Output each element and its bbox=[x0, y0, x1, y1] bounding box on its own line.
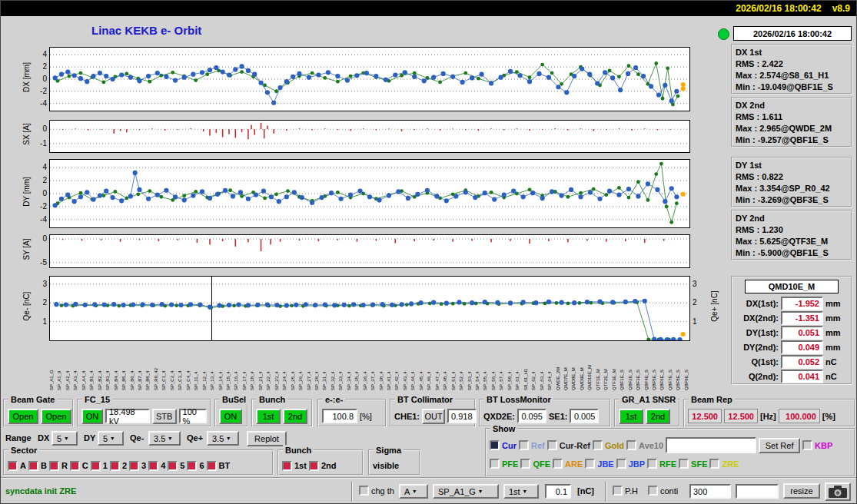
monitor-unit: mm bbox=[825, 299, 841, 308]
bpm-select[interactable]: SP_A1_G▾ bbox=[433, 484, 499, 499]
set-ref-button[interactable]: Set Ref bbox=[759, 438, 800, 453]
checkbox-label: ARE bbox=[565, 459, 583, 469]
stats-dx-2nd: DX 2nd RMS : 1.611 Max : 2.965@QWDE_2M M… bbox=[731, 97, 852, 148]
interval-input[interactable]: 300 bbox=[689, 484, 731, 499]
sector-checkbox-5[interactable]: 5 bbox=[168, 461, 184, 471]
ph-checkbox[interactable]: P.H bbox=[613, 486, 638, 496]
bunch-2nd-checkbox[interactable]: 2nd bbox=[309, 461, 337, 471]
stats-title: DY 2nd bbox=[736, 213, 848, 224]
gr-a1-1st-button[interactable]: 1st bbox=[619, 409, 643, 424]
checkbox-icon bbox=[187, 461, 197, 471]
group-label: e-:e- bbox=[323, 394, 345, 405]
group-label: BT Collimator bbox=[395, 394, 455, 405]
bunch-select[interactable]: 1st▾ bbox=[503, 484, 539, 499]
stats-title: DX 1st bbox=[736, 47, 848, 58]
select-value: 1st bbox=[509, 487, 520, 496]
checkbox-icon bbox=[647, 459, 657, 469]
show-ref-checkbox[interactable]: Ref bbox=[519, 440, 545, 450]
beam-rep-value-3: 100.000 bbox=[779, 409, 820, 423]
resize-button[interactable]: resize bbox=[783, 483, 820, 499]
bunch-2nd-button[interactable]: 2nd bbox=[283, 409, 307, 424]
show-gold-checkbox[interactable]: Gold bbox=[593, 440, 624, 450]
show-jbe-checkbox[interactable]: JBE bbox=[585, 459, 613, 469]
bunch-1st-button[interactable]: 1st bbox=[256, 409, 281, 424]
monitor-row: DX(1st): -1.952 mm bbox=[736, 296, 848, 310]
sector-checkbox-4[interactable]: 4 bbox=[148, 461, 165, 471]
conti-checkbox[interactable]: conti bbox=[648, 486, 678, 496]
sy-steering-plot: 0-5 bbox=[49, 234, 690, 268]
se1-label: SE1: bbox=[549, 412, 567, 421]
show-cur-ref-checkbox[interactable]: Cur-Ref bbox=[547, 440, 590, 450]
sigma-visible-toggle[interactable]: visible bbox=[373, 461, 399, 470]
show-pfe-checkbox[interactable]: PFE bbox=[490, 459, 518, 469]
monitor-row: DY(2nd): 0.049 mm bbox=[736, 340, 848, 354]
show-sfe-checkbox[interactable]: SFE bbox=[679, 459, 707, 469]
checkbox-label: Ref bbox=[531, 441, 545, 450]
sector-checkbox-a[interactable]: A bbox=[8, 461, 26, 471]
show-kbp-checkbox[interactable]: KBP bbox=[802, 440, 832, 450]
checkbox-icon bbox=[593, 440, 603, 450]
fc15-kv-value: 18.498 kV bbox=[105, 409, 150, 423]
beam-gate-open2-button[interactable]: Open bbox=[41, 409, 71, 424]
show-are-checkbox[interactable]: ARE bbox=[553, 459, 583, 469]
sector-checkbox-2[interactable]: 2 bbox=[110, 461, 127, 471]
range-dy-select[interactable]: 5▾ bbox=[98, 431, 124, 446]
replot-button[interactable]: Replot bbox=[247, 431, 287, 446]
bunch-1st-checkbox[interactable]: 1st bbox=[282, 461, 307, 471]
show-jbp-checkbox[interactable]: JBP bbox=[616, 459, 645, 469]
che1-out-button[interactable]: OUT bbox=[422, 409, 445, 424]
range-dx-label: DX bbox=[38, 433, 49, 443]
screenshot-button[interactable] bbox=[825, 482, 851, 501]
checkbox-label: JBP bbox=[629, 459, 645, 469]
beam-gate-open1-button[interactable]: Open bbox=[8, 409, 38, 424]
bpm-monitor-panel: QMD10E_M DX(1st): -1.952 mm DX(2nd): -1.… bbox=[731, 276, 852, 385]
sector-select[interactable]: A▾ bbox=[399, 484, 428, 499]
ref-name-input[interactable] bbox=[666, 437, 756, 453]
dy-axis-label: DY [mm] bbox=[22, 168, 31, 216]
checkbox-label: 6 bbox=[199, 461, 204, 470]
chevron-down-icon: ▾ bbox=[413, 489, 416, 495]
chg-th-checkbox[interactable]: chg th bbox=[359, 486, 394, 496]
checkbox-icon bbox=[613, 486, 623, 496]
checkbox-label: R bbox=[61, 461, 68, 470]
fc15-stb-button[interactable]: STB bbox=[152, 409, 177, 424]
select-value: SP_A1_G bbox=[438, 487, 476, 496]
bpm-monitor-title[interactable]: QMD10E_M bbox=[745, 280, 839, 293]
threshold-input[interactable]: 0.1 bbox=[545, 484, 571, 499]
checkbox-icon bbox=[626, 440, 636, 450]
fc15-on-button[interactable]: ON bbox=[81, 409, 103, 424]
checkbox-label: 1 bbox=[103, 461, 108, 470]
checkbox-label: KBP bbox=[815, 441, 832, 450]
range-qe-plus-label: Qe+ bbox=[187, 433, 203, 443]
bt-collimator-group: BT Collimator CHE1: OUT 0.918 bbox=[390, 399, 476, 427]
checkbox-icon bbox=[520, 459, 530, 469]
group-label: Bunch bbox=[257, 394, 287, 405]
range-qe-plus-select[interactable]: 3.5▾ bbox=[207, 431, 239, 446]
show-qfe-checkbox[interactable]: QFE bbox=[520, 459, 550, 469]
checkbox-label: Cur-Ref bbox=[560, 441, 590, 450]
range-dx-select[interactable]: 5▾ bbox=[51, 431, 78, 446]
range-qe-minus-select[interactable]: 3.5▾ bbox=[148, 431, 181, 446]
stats-title: DY 1st bbox=[736, 160, 848, 171]
show-rfe-checkbox[interactable]: RFE bbox=[647, 459, 676, 469]
monitor-value: 0.052 bbox=[781, 355, 823, 369]
show-zre-checkbox[interactable]: ZRE bbox=[709, 459, 739, 469]
aux-input[interactable] bbox=[736, 484, 779, 499]
sector-checkbox-bt[interactable]: BT bbox=[207, 461, 231, 471]
busel-on-button[interactable]: ON bbox=[219, 409, 242, 424]
monitor-value: 0.041 bbox=[781, 370, 823, 383]
show-ave10-checkbox[interactable]: Ave10 bbox=[626, 440, 663, 450]
group-label: Show bbox=[490, 423, 517, 434]
gr-a1-2nd-button[interactable]: 2nd bbox=[646, 409, 670, 424]
sector-checkbox-6[interactable]: 6 bbox=[187, 461, 204, 471]
sector-checkbox-1[interactable]: 1 bbox=[91, 461, 108, 471]
stats-title: DX 2nd bbox=[736, 100, 848, 111]
bunch-select-group: Bunch 1st 2nd bbox=[277, 449, 364, 476]
sector-checkbox-c[interactable]: C bbox=[70, 461, 88, 471]
sector-checkbox-r[interactable]: R bbox=[49, 461, 68, 471]
checkbox-icon bbox=[309, 461, 319, 471]
checkbox-icon bbox=[8, 461, 18, 471]
sector-checkbox-3[interactable]: 3 bbox=[129, 461, 146, 471]
show-cur-checkbox[interactable]: Cur bbox=[490, 440, 517, 450]
sector-checkbox-b[interactable]: B bbox=[28, 461, 47, 471]
